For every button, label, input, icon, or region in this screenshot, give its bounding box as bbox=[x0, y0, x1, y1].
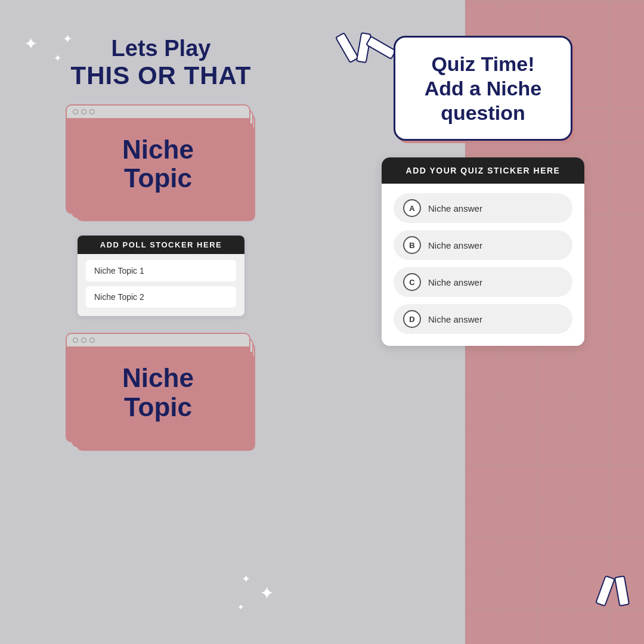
quiz-answers: A Niche answer B Niche answer C Niche an… bbox=[382, 184, 584, 346]
dot3 bbox=[89, 109, 95, 114]
left-panel: ✦ ✦ ✦ Lets Play THIS OR THAT Niche Topic bbox=[0, 0, 322, 644]
dot1 bbox=[73, 109, 78, 114]
bottom-card-front: Niche Topic bbox=[66, 333, 250, 442]
sparkle-bottom-right3: ✦ bbox=[237, 603, 244, 611]
answer-text-a: Niche answer bbox=[428, 203, 482, 213]
bottom-dot1 bbox=[73, 338, 78, 343]
poll-option-1[interactable]: Niche Topic 1 bbox=[86, 260, 236, 281]
sparkle-top-left: ✦ bbox=[24, 36, 38, 52]
poll-sticker: ADD POLL STOCKER HERE Niche Topic 1 Nich… bbox=[78, 236, 244, 316]
answer-text-d: Niche answer bbox=[428, 314, 482, 324]
poll-body: Niche Topic 1 Niche Topic 2 bbox=[78, 254, 244, 316]
bottom-card-title-bar bbox=[67, 334, 249, 346]
title-block: Lets Play THIS OR THAT bbox=[71, 36, 252, 90]
pencil-bottom-1 bbox=[595, 575, 615, 606]
bottom-card-stack: Niche Topic bbox=[66, 333, 256, 452]
sparkle-top-left2: ✦ bbox=[54, 54, 61, 63]
quiz-bubble: Quiz Time! Add a Niche question bbox=[394, 36, 572, 141]
answer-row-c[interactable]: C Niche answer bbox=[394, 267, 572, 297]
right-content: Quiz Time! Add a Niche question ADD YOUR… bbox=[340, 36, 626, 346]
answer-letter-a: A bbox=[403, 199, 421, 217]
title-line1: Lets Play bbox=[71, 36, 252, 61]
answer-row-a[interactable]: A Niche answer bbox=[394, 193, 572, 223]
answer-row-d[interactable]: D Niche answer bbox=[394, 304, 572, 334]
answer-letter-d: D bbox=[403, 310, 421, 328]
bottom-dot2 bbox=[81, 338, 86, 343]
quiz-sticker-header: ADD YOUR QUIZ STICKER HERE bbox=[382, 157, 584, 184]
answer-row-b[interactable]: B Niche answer bbox=[394, 230, 572, 260]
pencil-bottom-2 bbox=[614, 575, 630, 606]
bottom-card-body: Niche Topic bbox=[67, 346, 249, 439]
card-front: Niche Topic bbox=[66, 104, 250, 214]
quiz-sticker-box: ADD YOUR QUIZ STICKER HERE A Niche answe… bbox=[382, 157, 584, 346]
deco-pencils-bottom bbox=[598, 576, 629, 608]
card-body: Niche Topic bbox=[67, 118, 249, 210]
top-card-stack: Niche Topic bbox=[66, 104, 256, 224]
title-line2: THIS OR THAT bbox=[71, 61, 252, 90]
sparkle-bottom-right2: ✦ bbox=[242, 574, 250, 584]
answer-text-b: Niche answer bbox=[428, 240, 482, 250]
bottom-card-text: Niche Topic bbox=[122, 364, 194, 422]
answer-text-c: Niche answer bbox=[428, 277, 482, 287]
dot2 bbox=[81, 109, 86, 114]
poll-option-2[interactable]: Niche Topic 2 bbox=[86, 286, 236, 308]
quiz-bubble-text: Quiz Time! Add a Niche question bbox=[413, 52, 553, 125]
poll-header: ADD POLL STOCKER HERE bbox=[78, 236, 244, 254]
bottom-dot3 bbox=[89, 338, 95, 343]
card-top-text: Niche Topic bbox=[122, 135, 194, 193]
answer-letter-b: B bbox=[403, 236, 421, 254]
answer-letter-c: C bbox=[403, 273, 421, 291]
card-title-bar bbox=[67, 106, 249, 118]
right-panel: Quiz Time! Add a Niche question ADD YOUR… bbox=[322, 0, 644, 644]
sparkle-bottom-right: ✦ bbox=[259, 584, 274, 602]
